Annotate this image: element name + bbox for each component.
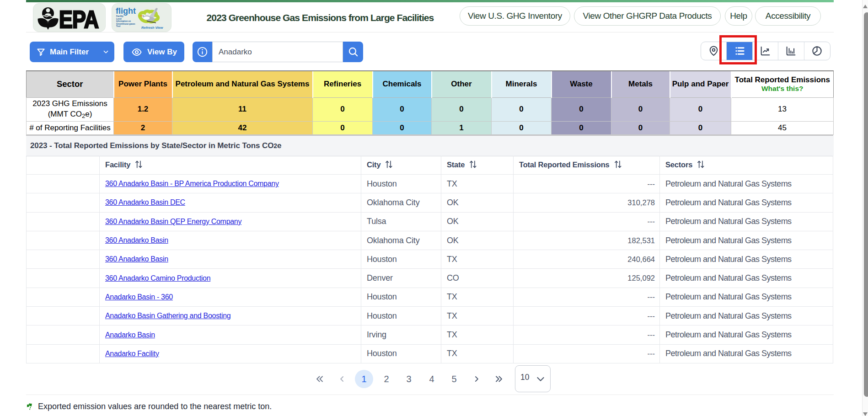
svg-text:flight: flight xyxy=(116,6,136,16)
svg-text:Tool: Tool xyxy=(116,25,120,27)
svg-text:Level: Level xyxy=(116,18,122,20)
svg-text:Refresh View: Refresh View xyxy=(141,26,164,30)
svg-text:Information on: Information on xyxy=(116,20,131,22)
svg-text:GreenHouse gases: GreenHouse gases xyxy=(116,23,135,25)
svg-text:EPA: EPA xyxy=(59,5,98,32)
svg-text:Facility: Facility xyxy=(116,15,123,17)
